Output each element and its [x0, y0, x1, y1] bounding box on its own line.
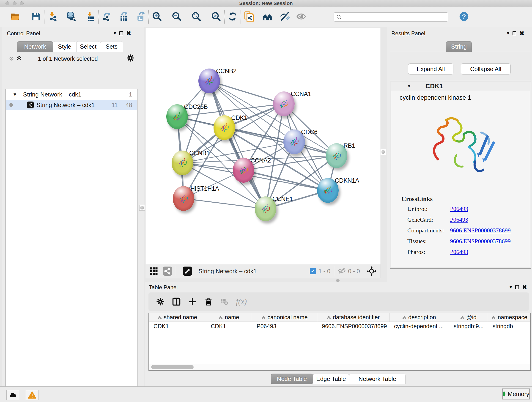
zoom-out-button[interactable]	[171, 12, 182, 22]
table-header-namespace[interactable]: namespace	[488, 313, 531, 322]
save-session-button[interactable]	[31, 12, 41, 22]
network-canvas[interactable]: CCNB2CCNA1CDC25BCDK1CDC6RB1CCNB1CCNA2CDK…	[146, 28, 381, 264]
gene-header-row[interactable]: ▼ CDK1	[390, 82, 531, 90]
zoom-fit-button[interactable]	[191, 12, 202, 22]
cloud-button[interactable]	[6, 390, 19, 400]
results-panel-float-icon[interactable]	[513, 31, 516, 35]
table-header-description[interactable]: description	[389, 313, 449, 322]
table-panel-close-icon[interactable]: ✖	[522, 284, 527, 290]
zoom-in-button[interactable]	[152, 12, 162, 22]
main-toolbar: ?	[0, 7, 532, 27]
warning-button[interactable]	[26, 390, 38, 400]
selected-checkbox-icon[interactable]: ✓	[310, 268, 316, 274]
results-panel-close-icon[interactable]: ✖	[519, 30, 525, 36]
network-collection-row[interactable]: ▼ String Network – cdk1 1	[6, 89, 137, 100]
crosslink-link[interactable]: P06493	[450, 216, 468, 223]
table-header-database-identifier[interactable]: database identifier	[317, 313, 389, 322]
tab-node-table[interactable]: Node Table	[271, 374, 313, 384]
table-cell[interactable]: cyclin-dependent ...	[389, 322, 449, 331]
import-network-database-button[interactable]	[66, 12, 76, 22]
memory-button[interactable]: Memory	[502, 389, 530, 400]
splitter-handle-left[interactable]	[139, 205, 145, 211]
network-row-label: String Network – cdk1	[36, 102, 95, 109]
tab-network[interactable]: Network	[17, 41, 53, 52]
crosslink-link[interactable]: P06493	[450, 249, 468, 255]
crosslink-link[interactable]: 9606.ENSP00000378699	[450, 227, 511, 234]
open-in-window-button[interactable]	[183, 267, 192, 276]
tab-network-table[interactable]: Network Table	[349, 374, 405, 384]
crosslink-row: Uniprot:P06493	[391, 204, 530, 214]
export-table-button[interactable]	[118, 12, 129, 22]
hide-selected-button[interactable]	[279, 12, 290, 22]
search-input[interactable]	[334, 12, 448, 22]
network-edge-CCNB2-CCNA1[interactable]	[209, 81, 284, 104]
control-panel-menu-icon[interactable]: ▾	[114, 31, 116, 36]
tab-sets[interactable]: Sets	[100, 41, 123, 52]
table-cell[interactable]: 9606.ENSP00000378699	[317, 322, 389, 331]
table-cell[interactable]: stringdb:9...	[449, 322, 488, 331]
delete-column-icon[interactable]	[204, 298, 213, 306]
network-node-label-cdc6: CDC6	[301, 128, 317, 136]
tab-select[interactable]: Select	[76, 41, 100, 52]
control-panel-float-icon[interactable]	[119, 31, 123, 35]
splitter-handle-bottom[interactable]	[336, 279, 340, 282]
column-branch-icon	[327, 316, 331, 319]
table-panel-float-icon[interactable]	[515, 285, 519, 289]
show-columns-icon[interactable]	[172, 298, 181, 306]
help-button[interactable]: ?	[459, 12, 469, 22]
export-network-button[interactable]	[101, 12, 112, 22]
hidden-count: 0 - 0	[348, 268, 360, 275]
splitter-handle-right[interactable]	[380, 149, 386, 155]
network-row[interactable]: String Network – cdk1 11 48	[6, 100, 137, 110]
gene-description: cyclin-dependent kinase 1	[399, 94, 530, 101]
tab-edge-table[interactable]: Edge Table	[313, 374, 349, 384]
crosslink-link[interactable]: 9606.ENSP00000378699	[450, 238, 511, 245]
column-branch-icon	[460, 316, 464, 319]
export-image-button[interactable]	[135, 12, 146, 22]
collapse-all-button[interactable]: Collapse All	[461, 64, 511, 75]
delete-table-icon[interactable]	[220, 298, 228, 306]
cloud-icon	[9, 391, 17, 399]
collection-collapse-icon[interactable]: ▼	[13, 92, 17, 97]
add-column-icon[interactable]	[188, 298, 196, 306]
gene-collapse-icon[interactable]: ▼	[407, 84, 411, 89]
network-edge-HIST1H1A-CCNE1[interactable]	[184, 198, 266, 209]
import-table-file-button[interactable]	[85, 12, 95, 22]
protein-structure-thumb	[331, 149, 342, 162]
apply-layout-button[interactable]	[227, 12, 238, 22]
table-cell[interactable]: CDK1	[149, 322, 206, 331]
first-neighbors-button[interactable]	[244, 12, 254, 22]
table-settings-gear-icon[interactable]	[156, 298, 165, 306]
table-header-shared-name[interactable]: shared name	[149, 313, 206, 322]
results-panel-menu-icon[interactable]: ▾	[507, 31, 509, 36]
import-network-file-button[interactable]	[47, 12, 58, 22]
control-panel-close-icon[interactable]: ✖	[126, 30, 131, 36]
two-houses-button[interactable]	[262, 12, 273, 22]
open-session-button[interactable]	[10, 12, 21, 22]
table-scrollbar-thumb[interactable]	[151, 365, 194, 369]
table-cell[interactable]: P06493	[252, 322, 317, 331]
network-tree: ▼ String Network – cdk1 1 String Network…	[6, 89, 138, 402]
zoom-selected-button[interactable]	[211, 12, 221, 22]
table-horizontal-scrollbar[interactable]	[149, 364, 530, 370]
table-toolbar: f(x)	[148, 293, 529, 311]
table-data-row[interactable]: CDK1CDK1P064939606.ENSP00000378699cyclin…	[149, 322, 530, 331]
tab-string[interactable]: String	[446, 41, 472, 52]
table-panel-menu-icon[interactable]: ▾	[510, 285, 512, 290]
expand-all-button[interactable]: Expand All	[408, 64, 453, 75]
crosslink-link[interactable]: P06493	[450, 206, 468, 212]
navigate-crosshair-icon[interactable]	[367, 266, 376, 276]
network-options-gear-icon[interactable]	[127, 54, 134, 63]
show-all-button[interactable]	[296, 12, 307, 22]
network-badge-icon[interactable]	[163, 267, 172, 276]
table-cell[interactable]: CDK1	[206, 322, 252, 331]
tab-style[interactable]: Style	[53, 41, 76, 52]
table-cell[interactable]: stringdb	[488, 322, 531, 331]
network-node-label-ccnb2: CCNB2	[216, 68, 236, 75]
table-header-canonical-name[interactable]: canonical name	[252, 313, 317, 322]
network-node-label-ccne1: CCNE1	[272, 196, 293, 203]
table-header-name[interactable]: name	[206, 313, 252, 322]
function-builder-icon[interactable]: f(x)	[236, 297, 247, 306]
table-header--id[interactable]: @id	[449, 313, 488, 322]
birdseye-grid-button[interactable]	[150, 267, 158, 275]
